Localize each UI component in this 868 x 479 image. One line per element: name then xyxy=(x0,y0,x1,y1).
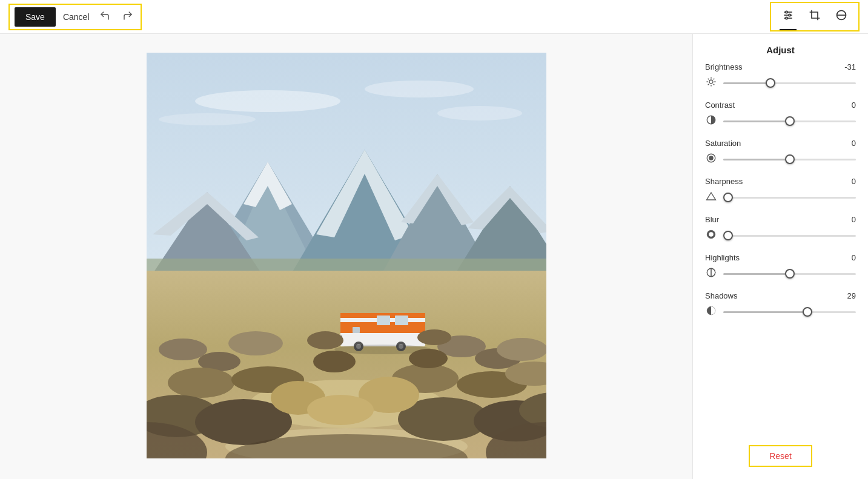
redo-button[interactable] xyxy=(120,8,136,25)
header: Save Cancel xyxy=(0,0,868,34)
svg-point-3 xyxy=(786,11,787,13)
photo-image xyxy=(147,53,546,458)
saturation-icon xyxy=(705,153,717,166)
photo-container xyxy=(147,53,546,461)
saturation-value: 0 xyxy=(852,139,856,148)
svg-point-34 xyxy=(168,368,234,398)
brightness-value: -31 xyxy=(844,62,856,71)
panel-title: Adjust xyxy=(693,34,868,62)
sharpness-value: 0 xyxy=(852,177,856,186)
blur-slider[interactable] xyxy=(723,235,856,237)
svg-point-30 xyxy=(228,331,283,355)
svg-point-60 xyxy=(417,329,451,345)
brightness-slider[interactable] xyxy=(723,82,856,84)
contrast-slider[interactable] xyxy=(723,121,856,122)
header-left-group: Save Cancel xyxy=(10,5,141,29)
highlights-control: Highlights 0 xyxy=(705,253,856,280)
shadows-slider[interactable] xyxy=(723,311,856,313)
brightness-control: Brightness -31 xyxy=(705,62,856,90)
canvas-area xyxy=(0,34,692,479)
brightness-label: Brightness xyxy=(705,62,742,71)
sharpness-icon xyxy=(705,191,717,204)
svg-line-71 xyxy=(708,79,709,80)
svg-point-5 xyxy=(786,17,787,19)
svg-marker-78 xyxy=(707,193,716,200)
highlights-slider[interactable] xyxy=(723,273,856,275)
svg-line-72 xyxy=(714,84,715,85)
cancel-button[interactable]: Cancel xyxy=(63,12,90,22)
brightness-icon xyxy=(705,76,717,90)
reset-container: Reset xyxy=(693,435,868,479)
contrast-icon xyxy=(705,114,717,128)
contrast-label: Contrast xyxy=(705,101,735,110)
saturation-control: Saturation 0 xyxy=(705,139,856,166)
svg-point-10 xyxy=(365,81,474,97)
sharpness-label: Sharpness xyxy=(705,177,743,186)
highlights-icon xyxy=(705,267,717,280)
reset-button[interactable]: Reset xyxy=(749,445,812,467)
saturation-slider[interactable] xyxy=(723,159,856,160)
svg-point-4 xyxy=(789,14,790,16)
svg-point-46 xyxy=(307,395,374,425)
blur-label: Blur xyxy=(705,215,719,224)
undo-button[interactable] xyxy=(97,8,113,25)
svg-point-11 xyxy=(437,106,522,121)
highlights-value: 0 xyxy=(852,253,856,262)
blur-control: Blur 0 xyxy=(705,215,856,242)
svg-rect-50 xyxy=(377,315,390,325)
svg-point-9 xyxy=(195,90,340,112)
svg-point-77 xyxy=(709,156,714,160)
svg-point-61 xyxy=(313,351,356,372)
svg-line-73 xyxy=(708,84,709,85)
svg-point-28 xyxy=(159,339,207,360)
adjust-tool-button[interactable] xyxy=(776,5,800,28)
adjust-controls: Brightness -31 xyxy=(693,62,868,435)
highlights-label: Highlights xyxy=(705,253,740,262)
svg-rect-52 xyxy=(353,327,360,333)
svg-point-62 xyxy=(409,349,448,368)
saturation-label: Saturation xyxy=(705,139,741,148)
contrast-value: 0 xyxy=(852,101,856,110)
svg-point-59 xyxy=(307,331,343,349)
right-panel: Adjust Brightness -31 xyxy=(692,34,868,479)
svg-point-12 xyxy=(159,113,256,125)
blur-icon xyxy=(705,229,717,242)
shadows-label: Shadows xyxy=(705,291,737,300)
sharpness-slider[interactable] xyxy=(723,197,856,199)
svg-point-66 xyxy=(709,80,713,84)
sharpness-control: Sharpness 0 xyxy=(705,177,856,204)
contrast-control: Contrast 0 xyxy=(705,101,856,128)
svg-point-33 xyxy=(497,338,546,361)
blur-value: 0 xyxy=(852,215,856,224)
shadows-control: Shadows 29 xyxy=(705,291,856,319)
crop-tool-button[interactable] xyxy=(803,5,827,28)
main-area: Adjust Brightness -31 xyxy=(0,34,868,479)
svg-line-74 xyxy=(714,79,715,80)
shadows-value: 29 xyxy=(847,291,856,300)
filter-tool-button[interactable] xyxy=(829,5,853,28)
svg-point-80 xyxy=(709,232,714,237)
shadows-icon xyxy=(705,305,717,319)
toolbar-group xyxy=(771,3,858,30)
save-button[interactable]: Save xyxy=(15,7,56,27)
svg-rect-51 xyxy=(395,315,408,325)
